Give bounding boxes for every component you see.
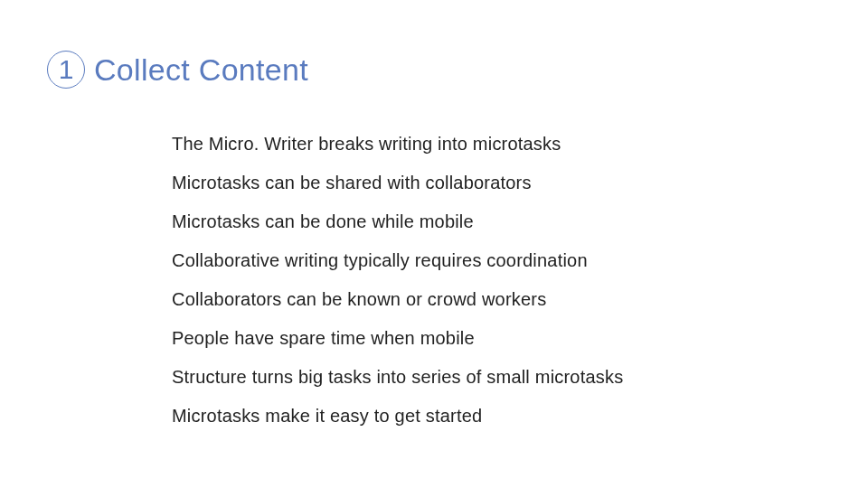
list-item: Collaborative writing typically requires… [172,250,623,271]
list-item: The Micro. Writer breaks writing into mi… [172,134,623,155]
list-item: Structure turns big tasks into series of… [172,367,623,388]
list-item: Microtasks make it easy to get started [172,406,623,427]
slide-header: 1 Collect Content [47,51,308,89]
list-item: Collaborators can be known or crowd work… [172,289,623,310]
step-number-text: 1 [59,56,74,83]
step-number-badge: 1 [47,51,85,89]
content-list: The Micro. Writer breaks writing into mi… [172,134,623,427]
list-item: Microtasks can be shared with collaborat… [172,173,623,193]
list-item: People have spare time when mobile [172,328,623,349]
list-item: Microtasks can be done while mobile [172,211,623,232]
slide-title: Collect Content [94,52,308,88]
